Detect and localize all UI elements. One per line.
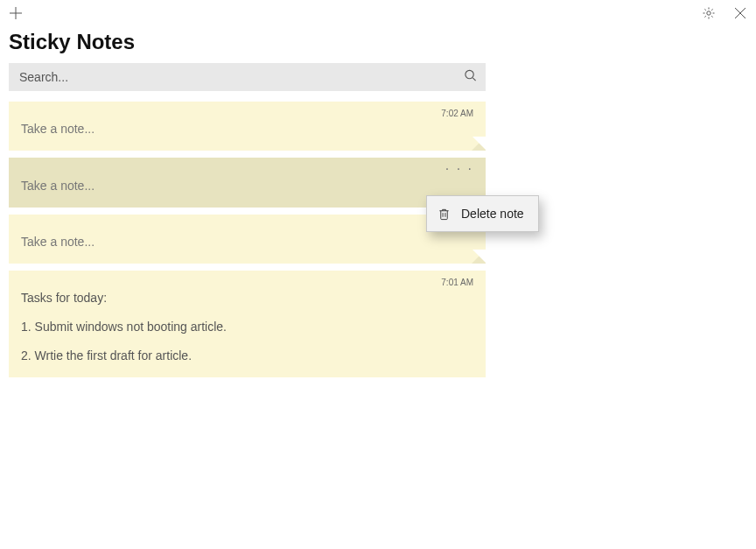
note-body: Take a note... bbox=[21, 233, 473, 251]
close-icon bbox=[733, 6, 747, 20]
note-timestamp: 7:01 AM bbox=[21, 278, 473, 289]
settings-button[interactable] bbox=[700, 4, 718, 22]
new-note-button[interactable] bbox=[7, 4, 24, 22]
main-column: 7:02 AMTake a note...· · ·Take a note...… bbox=[0, 63, 494, 377]
plus-icon bbox=[9, 6, 23, 20]
note-card[interactable]: · · ·Take a note... bbox=[9, 158, 486, 208]
search-bar[interactable] bbox=[9, 63, 486, 91]
delete-note-item[interactable]: Delete note bbox=[427, 201, 538, 226]
note-fold-corner bbox=[472, 250, 486, 264]
note-line: 2. Wrtie the first draft for article. bbox=[21, 347, 473, 365]
note-card[interactable]: 7:01 AMTasks for today:1. Submit windows… bbox=[9, 271, 486, 377]
close-button[interactable] bbox=[732, 4, 749, 22]
page-title: Sticky Notes bbox=[9, 30, 747, 54]
note-card[interactable]: 7:02 AMTake a note... bbox=[9, 102, 486, 151]
search-icon bbox=[464, 69, 477, 86]
note-fold-corner bbox=[472, 137, 486, 151]
svg-point-0 bbox=[707, 11, 710, 15]
notes-list: 7:02 AMTake a note...· · ·Take a note...… bbox=[9, 102, 486, 377]
note-menu-button[interactable]: · · · bbox=[21, 165, 473, 177]
svg-point-1 bbox=[466, 70, 473, 78]
header: Sticky Notes bbox=[0, 26, 756, 63]
search-input[interactable] bbox=[19, 70, 475, 84]
context-menu-label: Delete note bbox=[461, 207, 524, 221]
trash-icon bbox=[438, 208, 451, 221]
note-body: Take a note... bbox=[21, 177, 473, 195]
note-body: Tasks for today:1. Submit windows not bo… bbox=[21, 289, 473, 365]
note-line: 1. Submit windows not booting article. bbox=[21, 318, 473, 336]
note-timestamp: 7:02 AM bbox=[21, 109, 473, 120]
note-line: Tasks for today: bbox=[21, 289, 473, 307]
note-body: Take a note... bbox=[21, 120, 473, 138]
titlebar bbox=[0, 0, 756, 26]
note-card[interactable]: 7:02 AMTake a note... bbox=[9, 215, 486, 264]
context-menu: Delete note bbox=[426, 195, 539, 232]
note-timestamp: 7:02 AM bbox=[21, 222, 473, 233]
gear-icon bbox=[702, 6, 716, 20]
